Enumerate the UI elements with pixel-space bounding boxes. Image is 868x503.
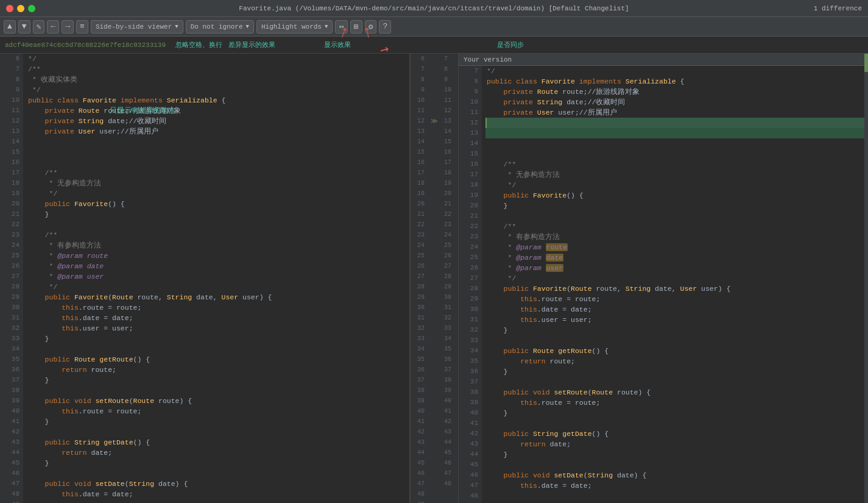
right-panel-header: Your version: [459, 54, 868, 66]
help-icon-button[interactable]: ?: [379, 20, 391, 34]
close-button[interactable]: [6, 5, 13, 12]
collapse-icon-button[interactable]: ⇔: [335, 20, 347, 34]
highlight-words-chevron: ▼: [325, 24, 328, 30]
right-panel: Your version 789101112131415161718192021…: [459, 54, 868, 503]
nav-forward-button[interactable]: →: [62, 20, 74, 34]
annotation-diff-display: 差异显示的效果: [228, 40, 275, 49]
right-code-area[interactable]: */public class Favorite implements Seria…: [482, 66, 868, 503]
nav-edit-button[interactable]: ✎: [33, 20, 45, 34]
ignore-mode-label: Do not ignore: [191, 23, 243, 30]
scroll-marker[interactable]: [864, 54, 868, 72]
nav-next-button[interactable]: ▼: [18, 20, 30, 34]
settings-icon-button[interactable]: ⚙: [365, 20, 377, 34]
infobar: adcf40eae874c6c5d78c88226e7fe18c03233139…: [0, 37, 868, 54]
left-code-area[interactable]: *//** * 收藏实体类 */public class Favorite im…: [23, 54, 409, 503]
ignore-mode-button[interactable]: Do not ignore ▼: [186, 20, 254, 34]
your-version-label: Your version: [464, 56, 512, 63]
traffic-lights: [6, 5, 35, 12]
scrollbar[interactable]: [864, 54, 868, 503]
maximize-button[interactable]: [28, 5, 35, 12]
annotation-show-diff-only: 只显示有差异的地方: [110, 105, 175, 116]
titlebar: Favorite.java (/Volumes/DATA/mvn-demo/sr…: [0, 0, 868, 17]
diff-count: 1 difference: [814, 5, 862, 12]
commit-hash: adcf40eae874c6c5d78c88226e7fe18c03233139: [5, 41, 166, 49]
left-line-numbers: 6789101112131415161718192021222324252627…: [0, 54, 23, 503]
minimize-button[interactable]: [17, 5, 24, 12]
highlight-words-label: Highlight words: [261, 23, 322, 30]
middle-gutter: 6778899101011111212≫13131414151516161717…: [410, 54, 459, 503]
right-line-numbers: 7891011121314151617181920212223242526272…: [459, 66, 482, 503]
view-mode-button[interactable]: Side-by-side viewer ▼: [91, 20, 183, 34]
left-panel: 只显示有差异的地方 678910111213141516171819202122…: [0, 54, 410, 503]
view-mode-label: Side-by-side viewer: [96, 23, 172, 30]
table-icon-button[interactable]: ⊞: [350, 20, 362, 34]
ignore-mode-chevron: ▼: [246, 24, 249, 30]
annotation-sync: 是否同步: [497, 40, 524, 49]
nav-back-button[interactable]: ←: [47, 20, 59, 34]
nav-menu-button[interactable]: ≡: [76, 20, 88, 34]
annotation-ignore-spaces: 忽略空格、换行: [175, 40, 222, 49]
annotation-display-effect: 显示效果: [324, 40, 351, 49]
diff-container: 只显示有差异的地方 678910111213141516171819202122…: [0, 54, 868, 503]
highlight-words-button[interactable]: Highlight words ▼: [256, 20, 333, 34]
toolbar: ▲ ▼ ✎ ← → ≡ Side-by-side viewer ▼ Do not…: [0, 17, 868, 37]
window-title: Favorite.java (/Volumes/DATA/mvn-demo/sr…: [239, 5, 629, 12]
view-mode-chevron: ▼: [175, 24, 178, 30]
nav-prev-button[interactable]: ▲: [4, 20, 16, 34]
